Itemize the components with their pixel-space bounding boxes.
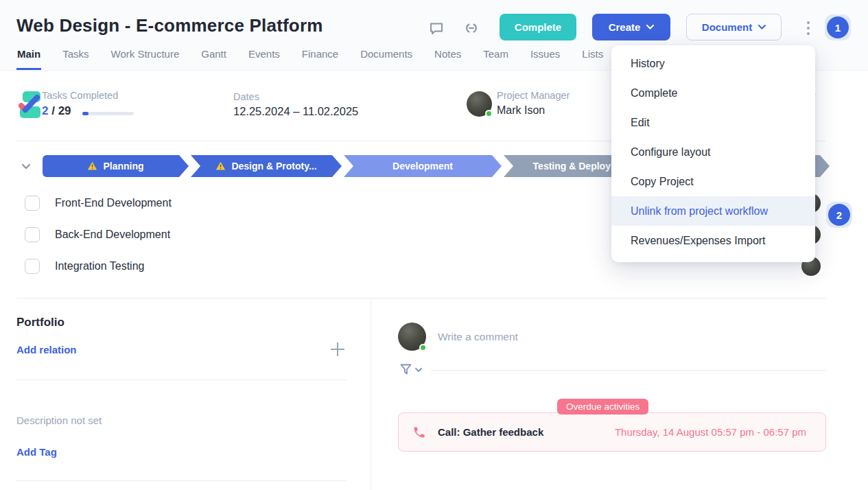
online-status-dot [419, 344, 427, 351]
tab-issues[interactable]: Issues [530, 48, 561, 70]
plus-icon[interactable] [331, 342, 344, 356]
add-relation-link[interactable]: Add relation [16, 344, 77, 355]
tab-finance[interactable]: Finance [301, 48, 339, 70]
tab-notes[interactable]: Notes [434, 48, 462, 70]
task-checkbox[interactable] [25, 259, 40, 274]
divider [16, 380, 347, 380]
document-button[interactable]: Document [686, 14, 782, 40]
more-actions-icon[interactable] [803, 19, 814, 38]
project-manager-name: Mark Ison [497, 104, 545, 117]
warning-icon [215, 161, 226, 171]
dates-label: Dates [233, 91, 259, 102]
chevron-down-icon [646, 25, 654, 30]
activity-title: Call: Gather feedback [438, 426, 543, 438]
overdue-badge: Overdue activities [557, 399, 648, 415]
current-user-avatar [398, 323, 426, 351]
tab-work-structure[interactable]: Work Structure [110, 48, 180, 70]
tab-documents[interactable]: Documents [360, 48, 413, 70]
task-label: Integration Testing [55, 260, 144, 272]
tab-bar: Main Tasks Work Structure Gantt Events F… [16, 48, 604, 70]
more-actions-menu: History Complete Edit Configure layout C… [611, 45, 815, 262]
link-icon[interactable] [462, 19, 480, 37]
tab-team[interactable]: Team [482, 48, 509, 70]
complete-button[interactable]: Complete [500, 14, 576, 40]
dates-value: 12.25.2024 – 11.02.2025 [233, 105, 358, 118]
annotation-badge-1: 1 [825, 14, 851, 40]
task-checkbox[interactable] [25, 196, 40, 211]
add-tag-link[interactable]: Add Tag [16, 446, 57, 458]
page-title: Web Design - E-commerce Platform [16, 15, 323, 36]
chevron-down-icon [415, 368, 422, 372]
description-placeholder: Description not set [16, 415, 102, 426]
stage-development[interactable]: Development [344, 155, 502, 177]
annotation-badge-2: 2 [826, 202, 852, 228]
tasks-completed-label: Tasks Completed [42, 90, 118, 101]
chevron-down-icon [758, 25, 766, 30]
menu-item-configure-layout[interactable]: Configure layout [611, 137, 815, 167]
warning-icon [87, 161, 97, 171]
comment-input[interactable]: Write a comment [438, 331, 518, 343]
phone-icon [412, 425, 426, 439]
stage-planning[interactable]: Planning [43, 155, 189, 177]
divider [431, 370, 825, 371]
menu-item-unlink-workflow[interactable]: Unlink from project workflow [611, 196, 815, 226]
activity-time: Thursday, 14 August 05:57 pm - 06:57 pm [615, 426, 806, 438]
collapse-stages-icon[interactable] [19, 159, 33, 173]
tasks-completed-count: 2 / 29 [42, 104, 71, 118]
tab-events[interactable]: Events [248, 48, 281, 70]
menu-item-complete[interactable]: Complete [611, 78, 815, 108]
tab-gantt[interactable]: Gantt [200, 48, 227, 70]
chat-icon[interactable] [427, 19, 445, 37]
feed-filter-button[interactable] [400, 363, 425, 377]
create-button[interactable]: Create [592, 14, 670, 40]
menu-item-copy-project[interactable]: Copy Project [611, 167, 815, 196]
task-checkbox[interactable] [25, 227, 40, 242]
project-page: Web Design - E-commerce Platform Complet… [0, 0, 868, 490]
tasks-progress-bar [82, 112, 134, 115]
tab-lists[interactable]: Lists [581, 48, 604, 70]
divider [371, 299, 371, 490]
menu-item-revenues-expenses-import[interactable]: Revenues/Expenses Import [611, 226, 815, 255]
overdue-activity-row[interactable]: Call: Gather feedback Thursday, 14 Augus… [398, 412, 826, 452]
task-label: Front-End Development [55, 197, 172, 209]
menu-item-history[interactable]: History [611, 49, 815, 78]
tasks-completed-icon [15, 90, 43, 123]
project-manager-label: Project Manager [497, 90, 570, 101]
stage-design-prototyping[interactable]: Design & Prototy... [191, 155, 342, 177]
task-label: Back-End Development [55, 229, 170, 241]
tab-tasks[interactable]: Tasks [62, 48, 89, 70]
menu-item-edit[interactable]: Edit [611, 108, 815, 137]
online-status-dot [485, 110, 493, 117]
tab-main[interactable]: Main [16, 48, 41, 70]
divider [16, 298, 825, 299]
project-manager-avatar[interactable] [467, 91, 492, 117]
portfolio-title: Portfolio [16, 316, 64, 329]
divider [16, 480, 347, 481]
filter-icon [400, 364, 412, 376]
